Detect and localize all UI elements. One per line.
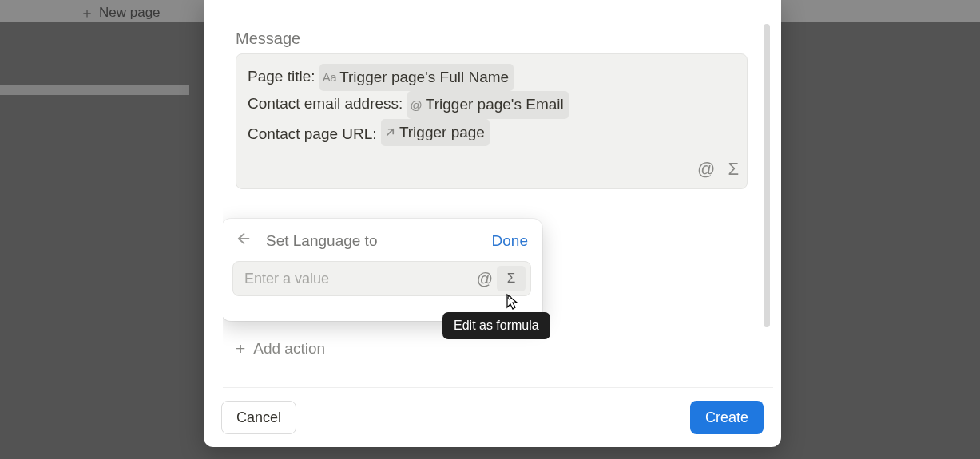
create-label: Create xyxy=(705,410,748,426)
set-language-popover: Set Language to Done @ Σ xyxy=(223,219,542,321)
mention-icon[interactable]: @ xyxy=(473,270,497,288)
modal-footer: Cancel Create xyxy=(204,388,781,447)
done-button[interactable]: Done xyxy=(492,232,528,250)
formula-icon[interactable]: Σ xyxy=(728,154,739,184)
automation-modal: Message Page title: Aa Trigger page's Fu… xyxy=(204,0,781,447)
token-text: Trigger page xyxy=(399,120,485,145)
edit-as-formula-button[interactable]: Σ xyxy=(497,266,526,291)
plus-icon: + xyxy=(236,339,245,358)
tooltip-edit-as-formula: Edit as formula xyxy=(442,312,550,339)
token-full-name[interactable]: Aa Trigger page's Full Name xyxy=(319,64,514,91)
email-property-icon: @ xyxy=(411,95,423,116)
mention-icon[interactable]: @ xyxy=(697,154,715,184)
text-property-icon: Aa xyxy=(323,67,336,88)
message-line3-label: Contact page URL: xyxy=(248,125,377,141)
token-text: Trigger page's Email xyxy=(426,92,564,117)
token-text: Trigger page's Full Name xyxy=(339,65,509,90)
value-input[interactable] xyxy=(244,271,473,287)
cancel-label: Cancel xyxy=(236,410,281,426)
token-page-url[interactable]: Trigger page xyxy=(381,119,490,146)
message-line1-label: Page title: xyxy=(248,68,315,85)
value-input-container: @ Σ xyxy=(232,261,531,296)
message-line2-label: Contact email address: xyxy=(248,96,403,113)
scrollbar-thumb[interactable] xyxy=(764,24,770,327)
link-arrow-icon xyxy=(384,126,396,138)
back-button[interactable] xyxy=(236,231,250,250)
create-button[interactable]: Create xyxy=(690,401,764,434)
message-textarea[interactable]: Page title: Aa Trigger page's Full Name … xyxy=(236,53,748,189)
message-field-label: Message xyxy=(236,30,300,48)
token-email[interactable]: @ Trigger page's Email xyxy=(407,91,569,118)
popover-title: Set Language to xyxy=(266,232,377,250)
cancel-button[interactable]: Cancel xyxy=(221,401,296,434)
add-action-label: Add action xyxy=(253,340,325,358)
